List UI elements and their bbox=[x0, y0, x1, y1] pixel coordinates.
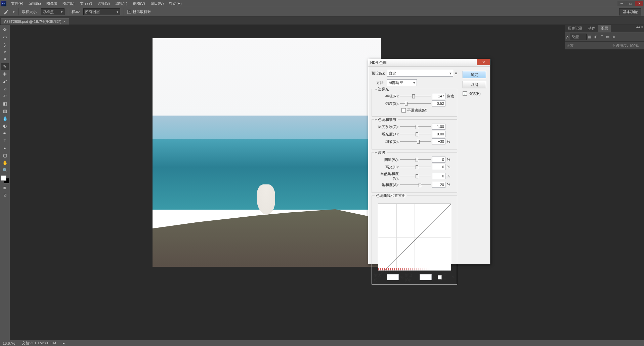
group-legend[interactable]: 边缘光 bbox=[374, 87, 390, 92]
opacity-field[interactable]: 100% bbox=[629, 44, 643, 48]
document-info[interactable]: 文档:301.1M/801.1M bbox=[22, 341, 56, 346]
zoom-level[interactable]: 16.67% bbox=[3, 341, 15, 345]
workspace-switcher[interactable]: 基本功能 bbox=[619, 8, 641, 15]
dialog-title-bar[interactable]: HDR 色调 ✕ bbox=[368, 59, 490, 67]
type-tool[interactable]: T bbox=[1, 137, 9, 144]
sample-dropdown[interactable]: 所有图层 bbox=[83, 8, 120, 15]
move-tool[interactable]: ✥ bbox=[1, 26, 9, 33]
show-sampling-ring-checkbox[interactable]: ✓ 显示取样环 bbox=[127, 9, 151, 14]
panel-close-icon[interactable]: × bbox=[641, 25, 643, 29]
menu-edit[interactable]: 编辑(E) bbox=[26, 0, 44, 7]
chevron-down-icon[interactable]: ▾ bbox=[13, 10, 15, 14]
strength-input[interactable]: 0.52 bbox=[432, 100, 445, 106]
layer-filter-type[interactable]: 类型 bbox=[570, 34, 587, 40]
ok-button[interactable]: 确定 bbox=[463, 71, 486, 78]
preset-menu-icon[interactable]: ≡ bbox=[455, 71, 457, 75]
curve-pencil-icon[interactable]: ✎ bbox=[452, 275, 455, 279]
brush-tool[interactable]: 🖌 bbox=[1, 78, 9, 85]
group-legend[interactable]: 色调曲线和直方图 bbox=[375, 193, 407, 198]
detail-slider[interactable] bbox=[400, 139, 431, 144]
document-tab[interactable]: A75T2608.psd @ 16.7%(RGB/32*) × bbox=[1, 18, 69, 25]
menu-filter[interactable]: 滤镜(T) bbox=[113, 0, 130, 7]
group-legend[interactable]: 色调和细节 bbox=[374, 117, 398, 122]
quick-mask-tool[interactable]: ◙ bbox=[1, 184, 9, 191]
preset-label: 预设(E): bbox=[372, 71, 385, 76]
tab-layers[interactable]: 图层 bbox=[598, 25, 611, 32]
saturation-slider[interactable] bbox=[400, 182, 431, 187]
layer-filter-icons[interactable]: ▦ ◐ T ▭ ◈ bbox=[588, 35, 616, 39]
menu-type[interactable]: 文字(Y) bbox=[77, 0, 95, 7]
shadow-slider[interactable] bbox=[400, 157, 431, 162]
close-icon[interactable]: × bbox=[63, 19, 66, 24]
detail-input[interactable]: +30 bbox=[432, 138, 445, 144]
sample-size-label: 取样大小: bbox=[22, 9, 38, 14]
tone-curve[interactable] bbox=[378, 204, 451, 271]
saturation-input[interactable]: +20 bbox=[432, 182, 445, 188]
radius-label: 半径(R): bbox=[375, 94, 399, 99]
options-bar: ▾ 取样大小: 取样点 样本: 所有图层 ✓ 显示取样环 基本功能 bbox=[0, 7, 644, 17]
preset-dropdown[interactable]: 自定 bbox=[387, 70, 453, 77]
eraser-tool[interactable]: ◧ bbox=[1, 100, 9, 107]
gradient-tool[interactable]: ▤ bbox=[1, 107, 9, 114]
menu-help[interactable]: 帮助(H) bbox=[166, 0, 184, 7]
lasso-tool[interactable]: ⟆ bbox=[1, 41, 9, 48]
tab-history[interactable]: 历史记录 bbox=[565, 25, 585, 32]
zoom-tool[interactable]: 🔍 bbox=[1, 167, 9, 173]
dialog-close-button[interactable]: ✕ bbox=[477, 59, 490, 65]
gamma-slider[interactable] bbox=[400, 124, 431, 129]
path-select-tool[interactable]: ▸ bbox=[1, 144, 9, 151]
chevron-right-icon[interactable]: ▸ bbox=[63, 341, 65, 345]
menu-layer[interactable]: 图层(L) bbox=[60, 0, 77, 7]
menu-select[interactable]: 选择(S) bbox=[95, 0, 113, 7]
method-dropdown[interactable]: 局部适应 bbox=[387, 79, 417, 86]
app-logo: Ps bbox=[1, 1, 6, 6]
strength-slider[interactable] bbox=[400, 101, 431, 106]
tab-actions[interactable]: 动作 bbox=[585, 25, 598, 32]
svg-line-0 bbox=[378, 204, 451, 276]
highlight-input[interactable]: 0 bbox=[432, 164, 445, 170]
window-minimize-button[interactable]: ─ bbox=[617, 1, 626, 6]
pen-tool[interactable]: ✒ bbox=[1, 130, 9, 136]
menu-file[interactable]: 文件(F) bbox=[8, 0, 26, 7]
cancel-button[interactable]: 取消 bbox=[463, 81, 486, 88]
vibrance-slider[interactable] bbox=[400, 174, 431, 178]
color-swatches[interactable] bbox=[1, 175, 9, 183]
magic-wand-tool[interactable]: ✧ bbox=[1, 48, 9, 55]
radius-slider[interactable] bbox=[400, 94, 431, 98]
document-canvas[interactable] bbox=[153, 38, 381, 267]
menu-image[interactable]: 图像(I) bbox=[44, 0, 60, 7]
menu-view[interactable]: 视图(V) bbox=[130, 0, 148, 7]
exposure-input[interactable]: 0.00 bbox=[432, 131, 445, 137]
screen-mode-tool[interactable]: ⎚ bbox=[1, 191, 9, 198]
canvas-area[interactable] bbox=[10, 25, 644, 340]
sample-size-dropdown[interactable]: 取样点 bbox=[41, 8, 65, 15]
blend-mode-dropdown[interactable]: 正常 bbox=[566, 43, 574, 48]
window-close-button[interactable]: ✕ bbox=[635, 1, 643, 6]
advanced-group: 高级 阴影(W): 0 % 高光(H): 0 % 自然饱和度(V): 0 bbox=[372, 152, 457, 193]
smooth-edges-checkbox[interactable]: 平滑边缘(M) bbox=[375, 108, 454, 113]
dodge-tool[interactable]: ◐ bbox=[1, 122, 9, 129]
crop-tool[interactable]: ⌗ bbox=[1, 56, 9, 62]
highlight-slider[interactable] bbox=[400, 165, 431, 169]
rectangle-tool[interactable]: ▢ bbox=[1, 152, 9, 159]
eyedropper-tool[interactable]: ✎ bbox=[1, 63, 9, 70]
group-legend[interactable]: 高级 bbox=[374, 150, 387, 155]
window-maximize-button[interactable]: ▭ bbox=[626, 1, 635, 6]
blur-tool[interactable]: 💧 bbox=[1, 115, 9, 122]
panel-collapse-icon[interactable]: ◂◂ bbox=[636, 25, 640, 29]
separator bbox=[124, 8, 124, 15]
marquee-tool[interactable]: ▭ bbox=[1, 34, 9, 40]
menu-window[interactable]: 窗口(W) bbox=[148, 0, 167, 7]
foreground-color-swatch[interactable] bbox=[1, 175, 6, 181]
clone-stamp-tool[interactable]: ⎚ bbox=[1, 85, 9, 92]
radius-input[interactable]: 147 bbox=[432, 93, 445, 99]
separator bbox=[18, 8, 18, 15]
gamma-input[interactable]: 1.00 bbox=[432, 124, 445, 130]
vibrance-input[interactable]: 0 bbox=[432, 173, 445, 179]
preview-checkbox[interactable]: 预览(P) bbox=[463, 91, 487, 96]
shadow-input[interactable]: 0 bbox=[432, 157, 445, 163]
exposure-slider[interactable] bbox=[400, 132, 431, 136]
history-brush-tool[interactable]: ↶ bbox=[1, 93, 9, 99]
hand-tool[interactable]: ✋ bbox=[1, 159, 9, 166]
spot-heal-tool[interactable]: ✚ bbox=[1, 71, 9, 77]
